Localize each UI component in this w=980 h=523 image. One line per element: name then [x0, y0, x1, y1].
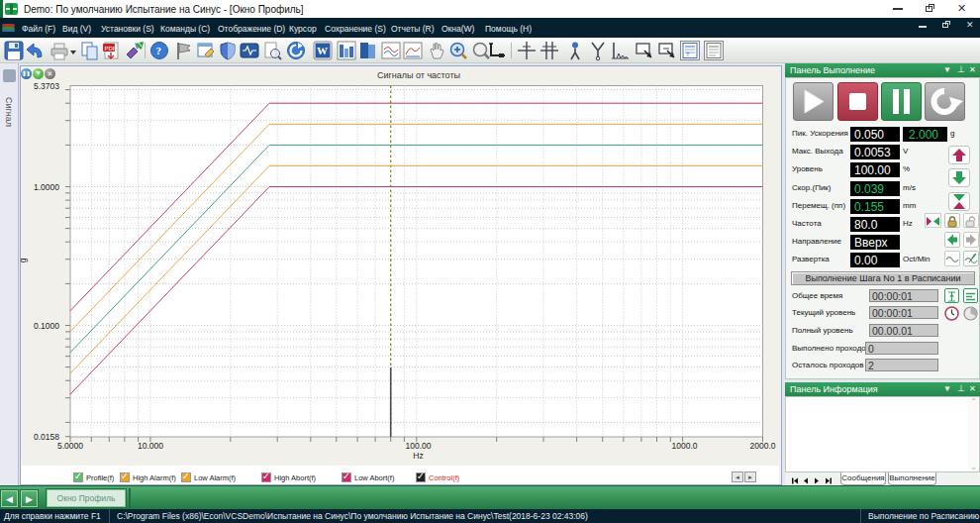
svg-text:T: T	[686, 52, 690, 57]
svg-text:W: W	[317, 45, 328, 56]
svg-text:PDF: PDF	[105, 46, 117, 52]
svg-text:?: ?	[156, 45, 162, 56]
